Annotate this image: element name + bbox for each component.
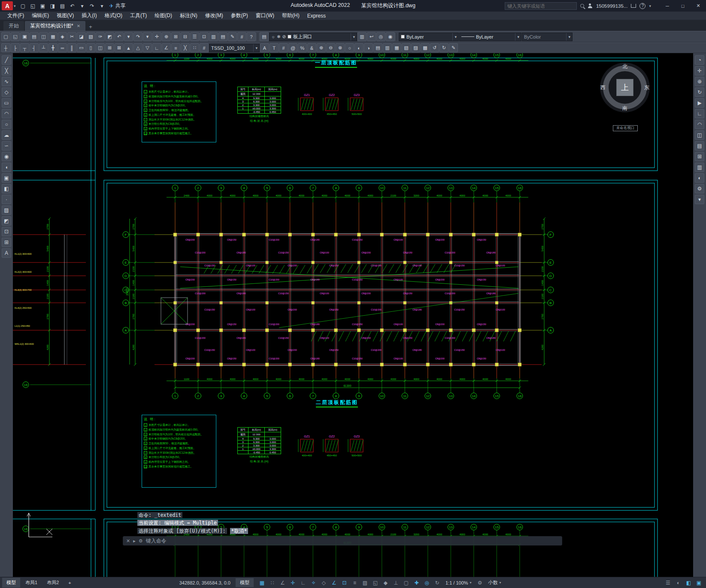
undo-button[interactable]: ↶ bbox=[68, 1, 77, 11]
tssd-rebar-plan-button[interactable]: ▭ bbox=[77, 43, 86, 52]
insert-block-tool[interactable]: ▣ bbox=[2, 173, 11, 183]
tssd-area-button[interactable]: ▦ bbox=[392, 43, 401, 52]
tssd-beam-button[interactable]: ┬ bbox=[20, 43, 29, 52]
tssd-table-button[interactable]: ⊞ bbox=[105, 43, 114, 52]
menu-modify[interactable]: 修改(M) bbox=[201, 11, 227, 20]
properties-button[interactable]: ☰ bbox=[190, 32, 199, 41]
viewport-view-name[interactable]: 未命名视口 bbox=[613, 125, 638, 131]
cut-button[interactable]: ✂ bbox=[67, 32, 76, 41]
point-tool[interactable]: · bbox=[2, 195, 11, 204]
polygon-tool[interactable]: ◇ bbox=[2, 87, 11, 97]
zoom-realtime-button[interactable]: ⊕ bbox=[162, 32, 171, 41]
application-menu-button[interactable]: A bbox=[2, 1, 13, 10]
annotation-autoscale-toggle[interactable]: ↻ bbox=[432, 579, 442, 587]
redo-button[interactable]: ↷ bbox=[88, 1, 97, 11]
render-tool[interactable]: ◐ bbox=[695, 173, 704, 183]
block-editor-button[interactable]: ◩ bbox=[105, 32, 114, 41]
region-tool[interactable]: ⊡ bbox=[2, 227, 11, 236]
tssd-slab-button[interactable]: ═ bbox=[58, 43, 67, 52]
signed-in-username[interactable]: 1505999135... bbox=[596, 3, 628, 9]
tssd-hatch3-button[interactable]: ▩ bbox=[421, 43, 430, 52]
application-menu-arrow[interactable]: ▾ bbox=[14, 4, 16, 8]
full-navigation-wheel[interactable]: ◔ bbox=[695, 55, 704, 65]
redo-list-arrow[interactable]: ▾ bbox=[143, 32, 152, 41]
tssd-angle-button[interactable]: ∟ bbox=[152, 43, 161, 52]
pan-button[interactable]: ✛ bbox=[152, 32, 161, 41]
named-views-tool[interactable]: ▤ bbox=[695, 141, 704, 151]
pan-tool[interactable]: ✛ bbox=[695, 66, 704, 75]
arc-tool[interactable]: ◠ bbox=[2, 109, 11, 118]
layer-states-button[interactable]: ▥ bbox=[358, 32, 367, 41]
tssd-redo-mark-button[interactable]: ↻ bbox=[439, 43, 448, 52]
tssd-level-button[interactable]: ≡ bbox=[171, 43, 180, 52]
color-combo-arrow-icon[interactable]: ▾ bbox=[452, 33, 458, 41]
units-control[interactable]: 小数 ▾ bbox=[486, 579, 504, 586]
menu-help[interactable]: 帮助(H) bbox=[278, 11, 303, 20]
dynamic-input-toggle[interactable]: ✛ bbox=[288, 579, 298, 587]
tssd-slope-button[interactable]: % bbox=[298, 43, 307, 52]
command-customize-icon[interactable]: ⚙ bbox=[139, 538, 143, 544]
drawing-tab[interactable]: 某宾馆结构设计图* ✕ bbox=[25, 21, 85, 31]
tssd-hatch1-button[interactable]: ▧ bbox=[402, 43, 411, 52]
mtext-tool[interactable]: A bbox=[2, 248, 11, 258]
grid-toggle[interactable]: ▦ bbox=[257, 579, 267, 587]
plot-button[interactable]: ▤ bbox=[30, 32, 39, 41]
menu-edit[interactable]: 编辑(E) bbox=[28, 11, 53, 20]
save-button[interactable]: ▣ bbox=[20, 32, 29, 41]
linetype-combo[interactable]: ByLayer ▾ bbox=[459, 33, 521, 41]
rectangle-tool[interactable]: ▭ bbox=[2, 98, 11, 108]
ellipse-arc-tool[interactable]: ◖ bbox=[2, 163, 11, 172]
tssd-points-button[interactable]: ∷ bbox=[190, 43, 199, 52]
share-dwg-button[interactable]: ◈ bbox=[58, 32, 67, 41]
qnew-button[interactable]: ▢ bbox=[1, 32, 10, 41]
zoom-window-button[interactable]: ⊞ bbox=[171, 32, 180, 41]
publish-button[interactable]: ▦ bbox=[48, 32, 58, 41]
tssd-schedule-button[interactable]: ▥ bbox=[383, 43, 392, 52]
tssd-truss-button[interactable]: ▲ bbox=[124, 43, 133, 52]
compass-east-label[interactable]: 东 bbox=[644, 84, 649, 91]
layout2-tab[interactable]: 布局2 bbox=[42, 578, 63, 588]
object-snap-toggle[interactable]: ⊡ bbox=[339, 579, 349, 587]
ortho-toggle[interactable]: ∟ bbox=[298, 579, 308, 587]
tssd-rebar-number-button[interactable]: # bbox=[279, 43, 288, 52]
help-button[interactable]: ? bbox=[247, 32, 256, 41]
ellipse-tool[interactable]: ◉ bbox=[2, 152, 11, 161]
tssd-stair-button[interactable]: ║ bbox=[67, 43, 76, 52]
close-button[interactable]: ✕ bbox=[691, 0, 706, 12]
tssd-half-section-button[interactable]: ◐ bbox=[355, 43, 364, 52]
clean-screen-toggle[interactable]: ▣ bbox=[694, 579, 704, 587]
layer-combo-arrow-icon[interactable]: ▾ bbox=[351, 33, 357, 41]
graphics-performance-toggle[interactable]: ◧ bbox=[684, 579, 694, 587]
help-search-input[interactable] bbox=[505, 2, 577, 10]
dynamic-ucs-toggle[interactable]: ⊥ bbox=[391, 579, 401, 587]
steering-settings[interactable]: ⚙ bbox=[695, 184, 704, 193]
layer-freeze-icon[interactable]: ❄ bbox=[277, 34, 280, 39]
tssd-rebar-section-button[interactable]: ▯ bbox=[86, 43, 95, 52]
units-arrow-icon[interactable]: ▾ bbox=[500, 581, 501, 585]
gizmo-toggle[interactable]: ✚ bbox=[412, 579, 421, 587]
compass-north-label[interactable]: 北 bbox=[622, 63, 627, 70]
compass-south-label[interactable]: 南 bbox=[622, 105, 627, 112]
osnap-tracking-toggle[interactable]: ∠ bbox=[329, 579, 339, 587]
plot-button[interactable]: ▤ bbox=[58, 1, 67, 11]
open-button[interactable]: ◱ bbox=[28, 1, 38, 11]
sheetset-manager-button[interactable]: ▤ bbox=[218, 32, 227, 41]
orbit-tool[interactable]: ↻ bbox=[695, 87, 704, 97]
quickcalc-button[interactable]: # bbox=[237, 32, 246, 41]
hatch-tool[interactable]: ▨ bbox=[2, 205, 11, 215]
selection-filter-toggle[interactable]: ▢ bbox=[401, 579, 411, 587]
layer-isolate-button[interactable]: ◎ bbox=[376, 32, 385, 41]
spline-tool[interactable]: ∽ bbox=[2, 141, 11, 151]
layer-unisolate-button[interactable]: ◉ bbox=[386, 32, 395, 41]
section-plane-tool[interactable]: ◫ bbox=[695, 130, 704, 140]
new-drawing-tab-button[interactable]: + bbox=[86, 22, 95, 31]
tssd-style-combo[interactable]: TSSD_100_100 ▾ bbox=[209, 44, 260, 52]
layer-on-icon[interactable]: ☼ bbox=[271, 34, 275, 39]
color-combo[interactable]: ByLayer ▾ bbox=[399, 33, 459, 41]
construction-line-tool[interactable]: ╳ bbox=[2, 66, 11, 75]
tssd-undo-mark-button[interactable]: ↺ bbox=[430, 43, 439, 52]
user-avatar-icon[interactable] bbox=[588, 3, 593, 9]
isodraft-toggle[interactable]: ◇ bbox=[319, 579, 329, 587]
layout1-tab[interactable]: 布局1 bbox=[21, 578, 42, 588]
command-close-icon[interactable]: ✕ bbox=[126, 538, 130, 544]
